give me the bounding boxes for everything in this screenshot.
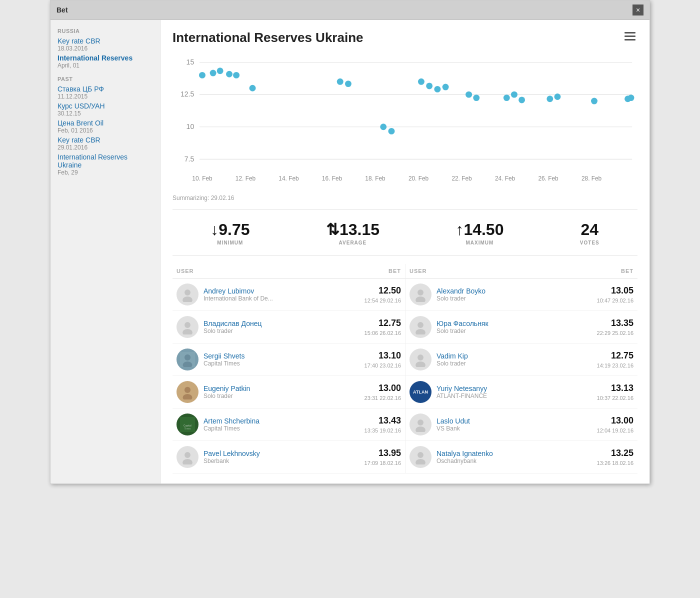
avatar — [176, 381, 198, 403]
past-section-label: PAST — [58, 76, 153, 82]
svg-point-43 — [182, 296, 192, 302]
svg-text:20. Feb: 20. Feb — [408, 175, 429, 182]
col-bet-right: BET — [621, 268, 634, 274]
sidebar-item-name-stavka[interactable]: Ставка ЦБ РФ — [58, 85, 153, 93]
sidebar-item-date-intl-reserves-ukraine: Feb, 29 — [58, 169, 153, 176]
stat-average-label: AVERAGE — [326, 240, 380, 246]
bet-value-block: 13.00 12:04 19.02.16 — [594, 416, 634, 434]
page-title: International Reserves Ukraine — [172, 30, 364, 46]
avatar — [176, 446, 198, 468]
menu-icon[interactable] — [622, 30, 638, 42]
svg-text:15: 15 — [186, 58, 194, 66]
bet-user-name[interactable]: Владислав Донец — [204, 320, 356, 328]
bet-cell-left-0: Andrey Lubimov International Bank of De.… — [172, 278, 405, 310]
bet-info: Alexandr Boyko Solo trader — [436, 287, 588, 302]
stat-votes-label: VOTES — [580, 240, 600, 246]
bet-org: Solo trader — [436, 360, 588, 367]
bet-time: 12:04 19.02.16 — [597, 428, 634, 434]
bet-value-block: 13.00 23:31 22.02.16 — [361, 383, 401, 402]
bet-user-name[interactable]: Laslo Udut — [436, 417, 588, 425]
chart-svg: 15 12.5 10 7.5 10. Feb 12. Feb 14. Feb 1… — [172, 52, 638, 192]
sidebar-item-name-kurs[interactable]: Курс USD/УАН — [58, 102, 153, 110]
sidebar-item-key-rate-cbr[interactable]: Key rate CBR 18.03.2016 — [58, 37, 153, 52]
bet-user-name[interactable]: Vadim Kip — [436, 352, 588, 360]
avatar — [410, 316, 432, 338]
bet-user-name[interactable]: Eugeniy Patkin — [204, 384, 356, 392]
bet-cell-right-1: Юра Фасольняк Solo trader 13.35 22:29 25… — [405, 311, 638, 343]
svg-point-46 — [184, 322, 190, 328]
bet-user-name[interactable]: Pavel Lekhnovsky — [204, 450, 356, 458]
bet-user-name[interactable]: Alexandr Boyko — [436, 287, 588, 295]
russia-section-label: RUSSIA — [58, 28, 153, 34]
svg-point-36 — [518, 96, 525, 103]
sidebar-item-intl-reserves[interactable]: International Reserves April, 01 — [58, 54, 153, 69]
bet-cell-left-1: Владислав Донец Solo trader 12.75 15:06 … — [172, 311, 405, 343]
sidebar-item-key-rate-past[interactable]: Key rate CBR 29.01.2016 — [58, 136, 153, 151]
main-content: International Reserves Ukraine 15 — [160, 20, 650, 484]
bet-value-block: 13.35 22:29 25.02.16 — [594, 318, 634, 336]
sidebar-item-name-key-rate-past[interactable]: Key rate CBR — [58, 136, 153, 144]
bet-user-name[interactable]: Sergii Shvets — [204, 352, 356, 360]
sidebar-item-name-brent[interactable]: Цена Brent Oil — [58, 119, 153, 127]
svg-text:Capital: Capital — [184, 424, 192, 427]
svg-point-41 — [628, 94, 634, 101]
bet-value: 13.35 — [594, 318, 634, 328]
bet-value-block: 12.75 15:06 26.02.16 — [361, 318, 401, 336]
bet-value-block: 13.43 13:35 19.02.16 — [361, 416, 401, 434]
sidebar-item-name-intl-reserves-ukraine[interactable]: International Reserves Ukraine — [58, 153, 153, 169]
bet-value: 13.95 — [361, 448, 401, 458]
bet-time: 15:06 26.02.16 — [364, 330, 401, 336]
svg-text:10: 10 — [186, 122, 194, 130]
stat-maximum-value: ↑14.50 — [456, 220, 504, 239]
bet-time: 14:19 23.02.16 — [597, 362, 634, 368]
bet-info: Pavel Lekhnovsky Sberbank — [204, 450, 356, 464]
sidebar-item-name-intl-reserves[interactable]: International Reserves — [58, 54, 153, 62]
svg-point-31 — [442, 84, 449, 90]
stats-row: ↓9.75 MINIMUM ⇅13.15 AVERAGE ↑14.50 MAXI… — [172, 210, 638, 256]
svg-point-66 — [416, 459, 426, 464]
bet-user-name[interactable]: Юра Фасольняк — [436, 320, 588, 328]
bet-cell-right-5: Natalya Ignatenko Oschadnybank 13.25 13:… — [405, 441, 638, 473]
bet-value-block: 13.25 13:26 18.02.16 — [594, 448, 634, 466]
bet-value-block: 13.13 10:37 22.02.16 — [594, 383, 634, 402]
sidebar-item-intl-reserves-ukraine[interactable]: International Reserves Ukraine Feb, 29 — [58, 153, 153, 176]
bet-org: Solo trader — [436, 295, 588, 302]
sidebar-item-name-key-rate[interactable]: Key rate CBR — [58, 37, 153, 45]
bet-value-block: 13.95 17:09 18.02.16 — [361, 448, 401, 466]
svg-point-56 — [184, 387, 190, 393]
avatar — [176, 316, 198, 338]
close-button[interactable]: × — [632, 4, 644, 16]
bet-cell-right-2: Vadim Kip Solo trader 12.75 14:19 23.02.… — [405, 344, 638, 376]
svg-point-51 — [184, 354, 190, 360]
sidebar-item-brent[interactable]: Цена Brent Oil Feb, 01 2016 — [58, 119, 153, 134]
svg-text:12. Feb: 12. Feb — [236, 175, 256, 182]
bet-info: Laslo Udut VS Bank — [436, 417, 588, 432]
avatar — [410, 284, 432, 306]
bet-value: 13.43 — [361, 416, 401, 426]
svg-text:10. Feb: 10. Feb — [192, 175, 212, 182]
sidebar: RUSSIA Key rate CBR 18.03.2016 Internati… — [50, 20, 160, 484]
bet-user-name[interactable]: Yuriy Netesanyy — [436, 384, 588, 392]
sidebar-item-kurs[interactable]: Курс USD/УАН 30.12.15 — [58, 102, 153, 117]
bet-user-name[interactable]: Artem Shcherbina — [204, 417, 356, 425]
svg-text:24. Feb: 24. Feb — [495, 175, 516, 182]
svg-point-64 — [182, 459, 192, 464]
svg-point-62 — [416, 426, 426, 432]
bet-user-name[interactable]: Natalya Ignatenko — [436, 450, 588, 458]
sidebar-item-stavka[interactable]: Ставка ЦБ РФ 11.12.2015 — [58, 85, 153, 100]
table-row: Pavel Lekhnovsky Sberbank 13.95 17:09 18… — [172, 441, 638, 474]
bet-value: 13.05 — [594, 286, 634, 296]
avatar: ATLAN — [410, 381, 432, 403]
bet-value-block: 13.10 17:40 23.02.16 — [361, 350, 401, 369]
svg-point-39 — [591, 98, 598, 104]
sidebar-item-date-stavka: 11.12.2015 — [58, 93, 153, 100]
menu-line-2 — [624, 36, 636, 37]
svg-point-32 — [466, 92, 472, 98]
bet-org: Oschadnybank — [436, 458, 588, 464]
bet-info: Natalya Ignatenko Oschadnybank — [436, 450, 588, 464]
sidebar-item-date-key-rate-past: 29.01.2016 — [58, 144, 153, 151]
svg-point-26 — [380, 124, 386, 130]
bet-org: Capital Times — [204, 360, 356, 367]
avatar — [410, 414, 432, 436]
bet-user-name[interactable]: Andrey Lubimov — [204, 287, 356, 295]
